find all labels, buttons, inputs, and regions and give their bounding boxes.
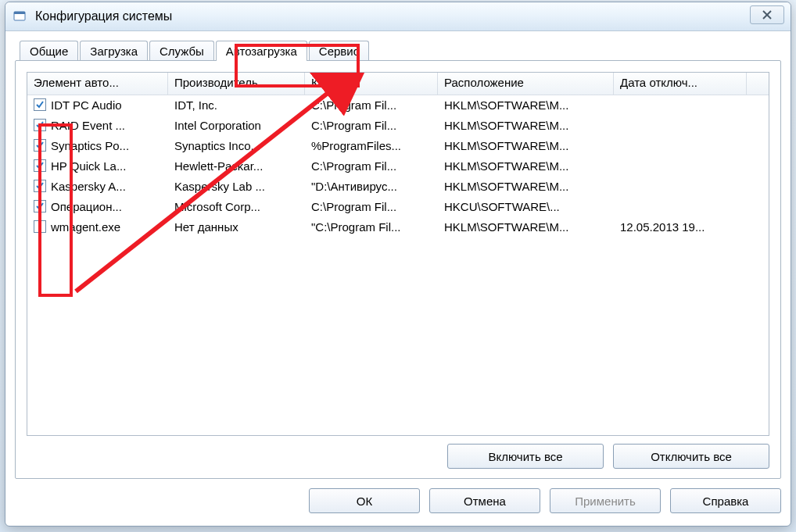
- startup-item-name: IDT PC Audio: [51, 98, 122, 112]
- table-row[interactable]: Synaptics Po...Synaptics Inco...%Program…: [27, 135, 769, 155]
- app-icon: [13, 10, 27, 23]
- startup-checkbox[interactable]: [34, 119, 46, 131]
- svg-rect-1: [14, 12, 25, 14]
- command-cell: C:\Program Fil...: [305, 200, 438, 213]
- command-cell: C:\Program Fil...: [305, 159, 438, 173]
- msconfig-window: Конфигурация системы Общие Загрузка Служ…: [5, 2, 791, 527]
- manufacturer-cell: Kaspersky Lab ...: [168, 180, 305, 193]
- table-row[interactable]: RAID Event ...Intel CorporationC:\Progra…: [27, 115, 769, 135]
- table-row[interactable]: wmagent.exeНет данных"C:\Program Fil...H…: [27, 216, 769, 237]
- startup-item-name: RAID Event ...: [51, 119, 125, 132]
- dialog-buttons: ОК Отмена Применить Справка: [309, 488, 781, 513]
- location-cell: HKLM\SOFTWARE\M...: [438, 159, 614, 173]
- col-command[interactable]: Команда: [305, 73, 438, 95]
- tab-startup[interactable]: Автозагрузка: [216, 41, 307, 61]
- startup-item-cell: wmagent.exe: [27, 220, 168, 234]
- manufacturer-cell: Нет данных: [168, 220, 305, 234]
- close-icon: [762, 10, 773, 20]
- listview-header: Элемент авто... Производитель Команда Ра…: [27, 73, 769, 95]
- tab-general[interactable]: Общие: [20, 41, 78, 61]
- table-row[interactable]: HP Quick La...Hewlett-Packar...C:\Progra…: [27, 155, 769, 176]
- location-cell: HKCU\SOFTWARE\...: [438, 200, 614, 213]
- startup-checkbox[interactable]: [34, 180, 46, 192]
- startup-item-cell: Synaptics Po...: [27, 139, 168, 152]
- startup-item-cell: IDT PC Audio: [27, 98, 168, 112]
- startup-checkbox[interactable]: [34, 220, 46, 233]
- command-cell: "C:\Program Fil...: [305, 220, 438, 234]
- tab-boot[interactable]: Загрузка: [80, 41, 148, 61]
- startup-item-name: HP Quick La...: [51, 159, 126, 173]
- startup-item-cell: Kaspersky A...: [27, 180, 168, 193]
- location-cell: HKLM\SOFTWARE\M...: [438, 119, 614, 132]
- table-row[interactable]: Операцион...Microsoft Corp...C:\Program …: [27, 196, 769, 216]
- table-row[interactable]: Kaspersky A...Kaspersky Lab ..."D:\Антив…: [27, 176, 769, 196]
- table-row[interactable]: IDT PC AudioIDT, Inc.C:\Program Fil...HK…: [27, 95, 769, 115]
- panel-buttons: Включить все Отключить все: [447, 444, 769, 469]
- manufacturer-cell: Intel Corporation: [168, 119, 305, 132]
- startup-checkbox[interactable]: [34, 98, 46, 111]
- command-cell: %ProgramFiles...: [305, 139, 438, 152]
- disable-all-button[interactable]: Отключить все: [613, 444, 769, 469]
- command-cell: C:\Program Fil...: [305, 119, 438, 132]
- startup-item-name: Операцион...: [51, 200, 122, 213]
- location-cell: HKLM\SOFTWARE\M...: [438, 139, 614, 152]
- startup-item-name: wmagent.exe: [51, 220, 120, 234]
- location-cell: HKLM\SOFTWARE\M...: [438, 180, 614, 193]
- manufacturer-cell: IDT, Inc.: [168, 98, 305, 112]
- cancel-button[interactable]: Отмена: [429, 488, 540, 513]
- startup-item-cell: HP Quick La...: [27, 159, 168, 173]
- dialog-body: Общие Загрузка Службы Автозагрузка Серви…: [15, 37, 781, 516]
- startup-checkbox[interactable]: [34, 139, 46, 152]
- startup-item-cell: RAID Event ...: [27, 119, 168, 132]
- tab-strip: Общие Загрузка Службы Автозагрузка Серви…: [15, 37, 781, 60]
- apply-button[interactable]: Применить: [550, 488, 661, 513]
- enable-all-button[interactable]: Включить все: [447, 444, 604, 469]
- tab-services[interactable]: Службы: [149, 41, 214, 61]
- manufacturer-cell: Hewlett-Packar...: [168, 159, 305, 173]
- command-cell: "D:\Антивирус...: [305, 180, 438, 193]
- startup-listview[interactable]: Элемент авто... Производитель Команда Ра…: [27, 72, 769, 436]
- col-manufacturer[interactable]: Производитель: [168, 73, 305, 95]
- titlebar[interactable]: Конфигурация системы: [5, 2, 791, 31]
- window-title: Конфигурация системы: [35, 9, 172, 23]
- startup-item-name: Kaspersky A...: [51, 180, 126, 193]
- help-button[interactable]: Справка: [670, 488, 781, 513]
- startup-checkbox[interactable]: [34, 200, 46, 212]
- col-startup-item[interactable]: Элемент авто...: [27, 73, 168, 95]
- col-location[interactable]: Расположение: [438, 73, 614, 95]
- tab-tools[interactable]: Сервис: [309, 41, 369, 61]
- manufacturer-cell: Synaptics Inco...: [168, 139, 305, 152]
- ok-button[interactable]: ОК: [309, 488, 420, 513]
- startup-checkbox[interactable]: [34, 159, 46, 172]
- startup-item-name: Synaptics Po...: [51, 139, 129, 152]
- col-date-disabled[interactable]: Дата отключ...: [614, 73, 747, 95]
- location-cell: HKLM\SOFTWARE\M...: [438, 220, 614, 234]
- manufacturer-cell: Microsoft Corp...: [168, 200, 305, 213]
- close-button[interactable]: [750, 5, 784, 24]
- command-cell: C:\Program Fil...: [305, 98, 438, 112]
- date-disabled-cell: 12.05.2013 19...: [614, 220, 747, 234]
- listview-body: IDT PC AudioIDT, Inc.C:\Program Fil...HK…: [27, 95, 769, 435]
- startup-item-cell: Операцион...: [27, 200, 168, 213]
- location-cell: HKLM\SOFTWARE\M...: [438, 98, 614, 112]
- startup-panel: Элемент авто... Производитель Команда Ра…: [15, 60, 781, 479]
